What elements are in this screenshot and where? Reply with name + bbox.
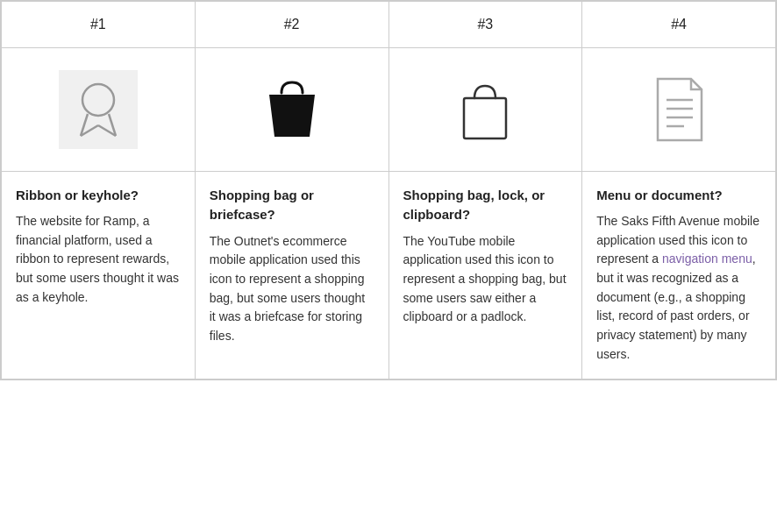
shopping-bag-outline-icon bbox=[453, 74, 517, 144]
body-text-1: The website for Ramp, a financial platfo… bbox=[16, 214, 179, 304]
content-cell-1: Ribbon or keyhole? The website for Ramp,… bbox=[2, 171, 196, 379]
body-2: The Outnet's ecommerce mobile applicatio… bbox=[210, 232, 374, 346]
icon-cell-2 bbox=[195, 48, 388, 172]
title-2: Shopping bag or briefcase? bbox=[210, 186, 374, 225]
body-text-2: The Outnet's ecommerce mobile applicatio… bbox=[210, 234, 365, 343]
content-cell-2: Shopping bag or briefcase? The Outnet's … bbox=[195, 171, 388, 379]
document-icon bbox=[651, 75, 708, 144]
title-1: Ribbon or keyhole? bbox=[16, 186, 181, 206]
col-header-3: #3 bbox=[388, 2, 582, 48]
body-text-3: The YouTube mobile application used this… bbox=[403, 234, 567, 324]
content-cell-3: Shopping bag, lock, or clipboard? The Yo… bbox=[388, 171, 582, 379]
icon-cell-3 bbox=[388, 48, 582, 172]
body-text-4c: , but it was recognized as a document (e… bbox=[596, 252, 755, 360]
col-header-1: #1 bbox=[2, 2, 196, 48]
title-3: Shopping bag, lock, or clipboard? bbox=[403, 186, 568, 225]
main-table: #1 #2 #3 #4 bbox=[0, 0, 777, 380]
svg-point-0 bbox=[82, 84, 114, 116]
shopping-bag-filled-icon bbox=[260, 74, 324, 144]
title-4: Menu or document? bbox=[596, 186, 761, 206]
shopping-bag-outline-bg bbox=[446, 69, 524, 148]
navigation-menu-link[interactable]: navigation menu bbox=[662, 252, 752, 266]
ribbon-icon-bg bbox=[59, 70, 138, 149]
ribbon-icon bbox=[72, 79, 125, 140]
col-header-2: #2 bbox=[195, 2, 388, 48]
document-icon-bg bbox=[639, 70, 718, 149]
content-cell-4: Menu or document? The Saks Fifth Avenue … bbox=[582, 171, 776, 379]
body-3: The YouTube mobile application used this… bbox=[403, 232, 568, 327]
icon-cell-1 bbox=[2, 48, 196, 172]
svg-rect-5 bbox=[464, 98, 506, 138]
body-4: The Saks Fifth Avenue mobile application… bbox=[596, 212, 761, 365]
icon-cell-4 bbox=[582, 48, 776, 172]
col-header-4: #4 bbox=[582, 2, 776, 48]
body-1: The website for Ramp, a financial platfo… bbox=[16, 212, 181, 307]
shopping-bag-filled-bg bbox=[253, 69, 331, 148]
